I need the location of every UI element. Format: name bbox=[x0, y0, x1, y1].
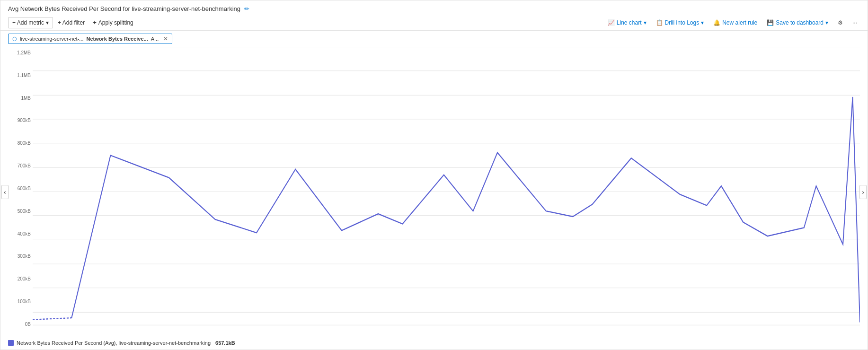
legend-color-swatch bbox=[8, 340, 14, 346]
save-dashboard-icon: 💾 bbox=[767, 19, 774, 26]
y-axis: 1.2MB 1.1MB 1MB 900kB 800kB 700kB 600kB … bbox=[8, 47, 33, 336]
y-label-12: 0B bbox=[8, 322, 31, 327]
chart-line bbox=[71, 97, 860, 323]
gear-icon: ⚙ bbox=[838, 19, 843, 26]
y-label-10: 200kB bbox=[8, 277, 31, 281]
metric-tag-resource: live-streaming-server-net-... bbox=[20, 36, 83, 42]
y-label-7: 500kB bbox=[8, 209, 31, 214]
line-chart-dropdown-icon: ▾ bbox=[644, 19, 647, 26]
line-chart-label: Line chart bbox=[617, 19, 642, 26]
title-bar: Avg Network Bytes Received Per Second fo… bbox=[0, 0, 868, 15]
toolbar-left: + Add metric ▾ + Add filter ✦ Apply spli… bbox=[8, 17, 136, 28]
new-alert-label: New alert rule bbox=[722, 19, 757, 26]
add-metric-dropdown-icon: ▾ bbox=[46, 19, 49, 26]
legend: Network Bytes Received Per Second (Avg),… bbox=[0, 337, 868, 350]
x-label-930: 9:30 bbox=[545, 336, 554, 337]
save-dashboard-button[interactable]: 💾 Save to dashboard ▾ bbox=[764, 18, 831, 28]
toolbar: + Add metric ▾ + Add filter ✦ Apply spli… bbox=[0, 15, 868, 31]
more-icon: ··· bbox=[852, 19, 857, 26]
chart-line-dotted bbox=[33, 318, 71, 320]
x-label-915: 9:15 bbox=[85, 336, 94, 337]
metric-tag-metric: Network Bytes Receive... bbox=[86, 36, 148, 42]
y-label-6: 600kB bbox=[8, 186, 31, 191]
more-button[interactable]: ··· bbox=[850, 18, 860, 28]
save-dashboard-dropdown-icon: ▾ bbox=[825, 19, 828, 26]
metric-tag[interactable]: ⬡ live-streaming-server-net-... Network … bbox=[8, 34, 172, 44]
drill-logs-label: Drill into Logs bbox=[665, 19, 700, 26]
add-filter-button[interactable]: + Add filter bbox=[55, 18, 88, 28]
edit-icon[interactable]: ✏ bbox=[244, 5, 249, 12]
new-alert-button[interactable]: 🔔 New alert rule bbox=[710, 18, 760, 28]
y-label-4: 800kB bbox=[8, 141, 31, 146]
drill-logs-icon: 📋 bbox=[656, 19, 663, 26]
chart-area: ‹ › 1.2MB 1.1MB 1MB 900kB 800kB 700kB 60… bbox=[0, 47, 868, 337]
chart-inner bbox=[33, 47, 860, 336]
legend-value: 657.1kB bbox=[215, 340, 235, 346]
legend-label: Network Bytes Received Per Second (Avg),… bbox=[17, 340, 211, 346]
page-wrapper: Avg Network Bytes Received Per Second fo… bbox=[0, 0, 868, 350]
metric-tag-aggregation: A... bbox=[151, 36, 159, 42]
x-label-935: 9:35 bbox=[707, 336, 716, 337]
metric-tag-close-icon[interactable]: ✕ bbox=[163, 35, 168, 42]
x-label-utc: UTC+08:00 bbox=[836, 336, 860, 337]
drill-logs-dropdown-icon: ▾ bbox=[701, 19, 704, 26]
nav-arrow-left[interactable]: ‹ bbox=[1, 185, 9, 199]
metric-tags: ⬡ live-streaming-server-net-... Network … bbox=[0, 31, 868, 47]
x-label-08: 08 bbox=[8, 336, 13, 337]
y-label-3: 900kB bbox=[8, 118, 31, 123]
y-label-8: 400kB bbox=[8, 232, 31, 236]
new-alert-icon: 🔔 bbox=[713, 19, 720, 26]
add-filter-label: + Add filter bbox=[58, 19, 85, 26]
y-label-2: 1MB bbox=[8, 96, 31, 101]
nav-arrow-right[interactable]: › bbox=[859, 185, 867, 199]
chart-svg bbox=[33, 47, 860, 336]
y-label-0: 1.2MB bbox=[8, 51, 31, 55]
y-label-5: 700kB bbox=[8, 164, 31, 168]
chart-container: 1.2MB 1.1MB 1MB 900kB 800kB 700kB 600kB … bbox=[8, 47, 860, 336]
drill-logs-button[interactable]: 📋 Drill into Logs ▾ bbox=[653, 18, 707, 28]
y-label-9: 300kB bbox=[8, 254, 31, 259]
apply-splitting-button[interactable]: ✦ Apply splitting bbox=[89, 18, 136, 28]
y-label-11: 100kB bbox=[8, 299, 31, 304]
line-chart-button[interactable]: 📈 Line chart ▾ bbox=[605, 18, 649, 28]
add-metric-button[interactable]: + Add metric ▾ bbox=[8, 17, 53, 28]
x-label-920: 9:20 bbox=[238, 336, 247, 337]
gear-button[interactable]: ⚙ bbox=[835, 18, 846, 28]
apply-splitting-label: ✦ Apply splitting bbox=[92, 19, 133, 26]
save-dashboard-label: Save to dashboard bbox=[776, 19, 824, 26]
x-label-925: 9:25 bbox=[400, 336, 409, 337]
line-chart-icon: 📈 bbox=[608, 19, 615, 26]
x-axis: 08 9:15 9:20 9:25 9:30 9:35 UTC+08:00 bbox=[8, 336, 860, 337]
y-label-1: 1.1MB bbox=[8, 73, 31, 78]
page-title: Avg Network Bytes Received Per Second fo… bbox=[8, 5, 240, 12]
toolbar-right: 📈 Line chart ▾ 📋 Drill into Logs ▾ 🔔 New… bbox=[605, 18, 860, 28]
metric-tag-icon: ⬡ bbox=[12, 36, 17, 42]
add-metric-label: + Add metric bbox=[12, 19, 44, 26]
